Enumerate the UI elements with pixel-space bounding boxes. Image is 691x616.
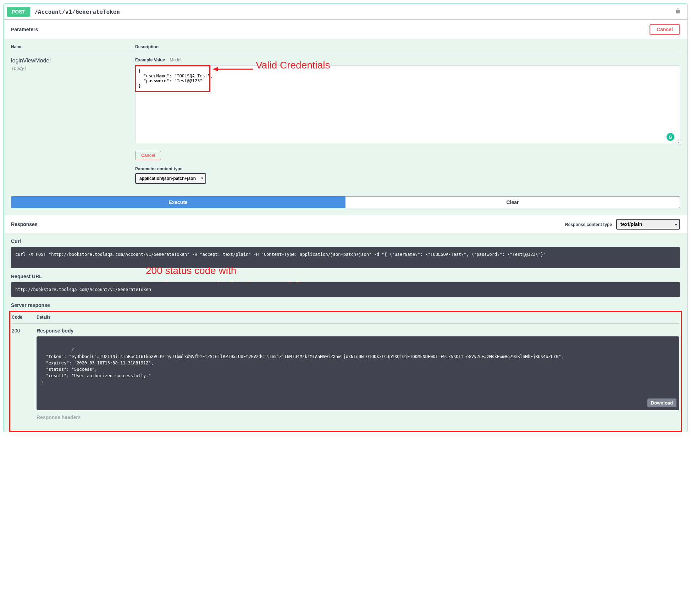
responses-header: Responses Response content type text/pla… (4, 215, 687, 233)
server-response-title: Server response (11, 302, 680, 308)
parameter-content-type-select[interactable]: application/json-patch+json (135, 173, 206, 184)
column-description-header: Description (135, 44, 680, 49)
tab-model[interactable]: Model (170, 57, 181, 62)
response-body-label: Response body (37, 328, 679, 334)
tab-example-value[interactable]: Example Value (135, 57, 165, 62)
response-content-type-label: Response content type (565, 222, 612, 227)
parameter-content-type-label: Parameter content type (135, 166, 680, 171)
parameter-name: loginViewModel (11, 57, 135, 64)
operation-summary[interactable]: POST /Account/v1/GenerateToken (4, 4, 687, 20)
cancel-button[interactable]: Cancel (649, 24, 680, 35)
parameters-title: Parameters (11, 27, 38, 32)
parameters-header: Parameters Cancel (4, 20, 687, 39)
request-body-textarea[interactable] (135, 65, 680, 143)
request-url-value: http://bookstore.toolsqa.com/Account/v1/… (11, 282, 680, 297)
response-headers-label: Response headers (37, 414, 679, 420)
lock-icon[interactable] (675, 8, 681, 16)
response-details-header: Details (37, 315, 679, 320)
endpoint-path: /Account/v1/GenerateToken (34, 9, 675, 15)
response-status-code: 200 (12, 328, 37, 420)
curl-title: Curl (11, 238, 680, 244)
clear-button[interactable]: Clear (345, 196, 680, 208)
curl-command: curl -X POST "http://bookstore.toolsqa.c… (11, 247, 680, 268)
cancel-body-button[interactable]: Cancel (135, 151, 161, 160)
column-name-header: Name (11, 44, 135, 49)
responses-title: Responses (11, 221, 38, 227)
download-button[interactable]: Download (647, 398, 676, 407)
response-code-header: Code (12, 315, 37, 320)
method-badge: POST (7, 7, 30, 17)
response-content-type-select[interactable]: text/plain (616, 219, 680, 230)
parameter-in: (body) (11, 66, 135, 71)
execute-button[interactable]: Execute (11, 196, 345, 208)
grammarly-icon: G (667, 133, 674, 141)
request-url-title: Request URL (11, 274, 680, 279)
server-response-box: Code Details 200 Response body { "token"… (9, 311, 682, 432)
response-body-value: { "token": "eyJhbGciOiJIUzI1NiIsInR5cCI6… (37, 336, 679, 410)
